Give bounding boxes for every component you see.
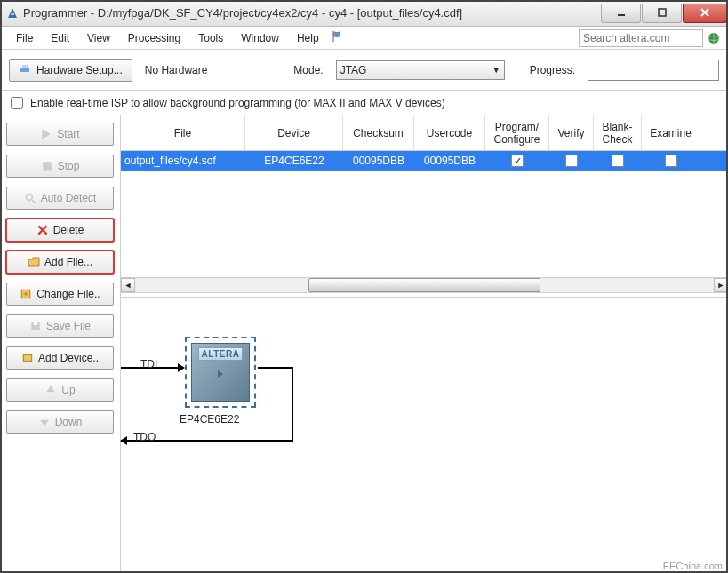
altera-logo: ALTERA — [198, 347, 244, 361]
svg-point-11 — [26, 194, 32, 200]
svg-rect-9 — [22, 65, 28, 68]
toolbar: Hardware Setup... No Hardware Mode: JTAG… — [0, 50, 728, 91]
tdi-label: TDI — [140, 358, 157, 370]
program-checkbox[interactable] — [511, 155, 524, 167]
close-button[interactable] — [683, 4, 727, 23]
cell-usercode: 00095DBB — [414, 151, 485, 171]
svg-rect-8 — [20, 68, 29, 72]
scroll-thumb[interactable] — [308, 278, 540, 292]
grid-empty — [121, 171, 728, 277]
mode-value: JTAG — [340, 64, 367, 76]
progress-bar — [588, 60, 719, 81]
chevron-down-icon: ▼ — [492, 66, 500, 75]
col-program[interactable]: Program/ Configure — [485, 115, 549, 150]
minimize-button[interactable] — [601, 4, 641, 23]
col-usercode[interactable]: Usercode — [414, 115, 485, 150]
isp-checkbox[interactable] — [11, 97, 23, 109]
sidebar: Start Stop Auto Detect Delete Add File..… — [0, 115, 120, 571]
mode-label: Mode: — [293, 64, 323, 76]
device-grid: File Device Checksum Usercode Program/ C… — [121, 115, 728, 293]
flag-icon[interactable] — [332, 30, 346, 45]
arrow-down-icon — [38, 416, 51, 428]
stop-icon — [41, 160, 53, 172]
grid-header: File Device Checksum Usercode Program/ C… — [121, 115, 728, 151]
add-file-button[interactable]: Add File... — [6, 251, 114, 274]
down-button[interactable]: Down — [6, 410, 114, 434]
isp-label: Enable real-time ISP to allow background… — [30, 97, 445, 109]
window-titlebar: Programmer - D:/myfpga/DK_SF_CY4/project… — [0, 0, 728, 27]
delete-button[interactable]: Delete — [6, 219, 114, 242]
auto-detect-button[interactable]: Auto Detect — [6, 187, 114, 210]
hardware-setup-button[interactable]: Hardware Setup... — [9, 59, 132, 82]
scroll-left-icon[interactable]: ◄ — [121, 278, 135, 292]
cell-device: EP4CE6E22 — [245, 151, 343, 171]
mode-select[interactable]: JTAG ▼ — [336, 60, 505, 80]
menu-view[interactable]: View — [78, 28, 119, 48]
hardware-status: No Hardware — [145, 64, 208, 76]
menu-file[interactable]: File — [7, 28, 42, 48]
progress-label: Progress: — [530, 64, 575, 76]
window-controls — [601, 4, 728, 23]
col-checksum[interactable]: Checksum — [343, 115, 414, 150]
menu-tools[interactable]: Tools — [189, 28, 232, 48]
hardware-setup-label: Hardware Setup... — [36, 64, 123, 76]
menu-bar: File Edit View Processing Tools Window H… — [0, 27, 728, 50]
watermark: EEChina.com — [663, 561, 723, 571]
add-device-button[interactable]: Add Device.. — [6, 346, 114, 370]
hardware-icon — [19, 62, 31, 77]
horizontal-scrollbar[interactable]: ◄ ► — [121, 277, 728, 293]
stop-button[interactable]: Stop — [6, 155, 114, 178]
menu-window[interactable]: Window — [232, 28, 288, 48]
isp-row: Enable real-time ISP to allow background… — [0, 91, 728, 115]
change-file-button[interactable]: Change File.. — [6, 283, 114, 306]
save-file-button[interactable]: Save File — [6, 314, 114, 338]
blank-checkbox[interactable] — [612, 155, 624, 167]
verify-checkbox[interactable] — [565, 155, 578, 167]
svg-line-12 — [32, 200, 36, 203]
svg-rect-17 — [34, 322, 38, 325]
maximize-button[interactable] — [642, 4, 682, 23]
menu-edit[interactable]: Edit — [42, 28, 78, 48]
add-device-icon — [21, 352, 34, 364]
col-device[interactable]: Device — [245, 115, 343, 150]
tdo-label: TDO — [133, 431, 156, 443]
col-examine[interactable]: Examine — [642, 115, 700, 150]
change-file-icon — [20, 288, 32, 300]
content-area: File Device Checksum Usercode Program/ C… — [120, 115, 728, 571]
folder-open-icon — [28, 256, 40, 268]
save-icon — [29, 320, 42, 332]
menu-processing[interactable]: Processing — [119, 28, 189, 48]
col-blank[interactable]: Blank- Check — [594, 115, 642, 150]
up-button[interactable]: Up — [6, 378, 114, 402]
scroll-right-icon[interactable]: ► — [714, 278, 728, 292]
svg-rect-18 — [23, 355, 31, 362]
svg-rect-1 — [659, 9, 666, 16]
table-row[interactable]: output_files/cy4.sof EP4CE6E22 00095DBB … — [121, 151, 728, 171]
svg-rect-10 — [43, 162, 51, 170]
jtag-chain-diagram: TDI TDO ALTERA EP4CE6E22 — [121, 297, 728, 571]
play-icon — [40, 128, 52, 140]
search-input[interactable] — [579, 29, 703, 47]
cell-file: output_files/cy4.sof — [121, 151, 245, 171]
chip-name: EP4CE6E22 — [180, 413, 239, 426]
col-file[interactable]: File — [121, 115, 245, 150]
examine-checkbox[interactable] — [665, 155, 677, 167]
arrow-up-icon — [44, 384, 57, 396]
chip-marker-icon — [218, 370, 223, 378]
col-verify[interactable]: Verify — [549, 115, 594, 150]
start-button[interactable]: Start — [6, 123, 114, 146]
detect-icon — [24, 192, 36, 204]
globe-icon[interactable] — [707, 31, 721, 45]
chip-device[interactable]: ALTERA — [185, 337, 256, 408]
cell-checksum: 00095DBB — [343, 151, 414, 171]
app-icon — [5, 6, 20, 20]
window-title: Programmer - D:/myfpga/DK_SF_CY4/project… — [23, 6, 462, 20]
menu-help[interactable]: Help — [288, 28, 328, 48]
delete-icon — [36, 224, 49, 236]
